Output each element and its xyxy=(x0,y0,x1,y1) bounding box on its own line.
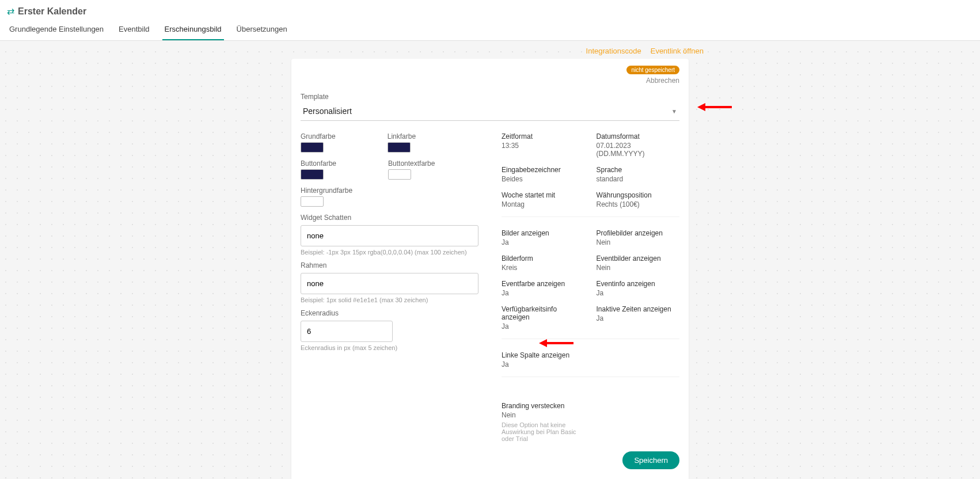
border-input[interactable] xyxy=(301,273,478,294)
primary-color-field: Grundfarbe xyxy=(301,132,336,153)
setting-show-event-info[interactable]: Eventinfo anzeigen Ja xyxy=(597,280,680,297)
header-bar: ⇄ Erster Kalender Grundlegende Einstellu… xyxy=(0,0,980,41)
button-color-field: Buttonfarbe xyxy=(301,159,336,180)
setting-show-images[interactable]: Bilder anzeigen Ja xyxy=(502,229,585,246)
cancel-link[interactable]: Abbrechen xyxy=(646,77,679,85)
primary-color-label: Grundfarbe xyxy=(301,132,336,140)
background-color-label: Hintergrundfarbe xyxy=(301,187,478,195)
button-text-color-label: Buttontextfarbe xyxy=(388,159,435,168)
widget-shadow-label: Widget Schatten xyxy=(301,214,478,222)
border-helper: Beispiel: 1px solid #e1e1e1 (max 30 zeic… xyxy=(301,296,478,303)
button-text-color-swatch[interactable] xyxy=(388,169,411,180)
setting-week-start[interactable]: Woche startet mit Montag xyxy=(502,191,585,208)
background-color-field: Hintergrundfarbe xyxy=(301,187,478,207)
divider-3 xyxy=(502,377,679,394)
widget-shadow-field: Widget Schatten Beispiel: -1px 3px 15px … xyxy=(301,214,478,256)
title-row: ⇄ Erster Kalender xyxy=(0,0,980,19)
setting-image-shape[interactable]: Bilderform Kreis xyxy=(502,254,585,272)
setting-show-availability[interactable]: Verfügbarkeitsinfo anzeigen Ja xyxy=(502,305,585,330)
template-select[interactable]: Personalisiert ▼ xyxy=(301,102,679,121)
setting-show-profile-images[interactable]: Profilebilder anzeigen Nein xyxy=(597,229,680,246)
eventlink-open-link[interactable]: Eventlink öffnen xyxy=(651,47,704,55)
background-color-swatch[interactable] xyxy=(301,196,324,207)
tab-event-image[interactable]: Eventbild xyxy=(116,19,151,40)
save-button[interactable]: Speichern xyxy=(622,451,679,469)
link-color-swatch[interactable] xyxy=(388,142,411,153)
card-top-right: nicht gespeichert Abbrechen xyxy=(301,66,679,85)
link-color-field: Linkfarbe xyxy=(388,132,416,153)
tab-appearance[interactable]: Erscheinungsbild xyxy=(162,19,224,40)
template-value: Personalisiert xyxy=(303,107,352,116)
annotation-arrow-1 xyxy=(697,101,732,115)
setting-hide-branding[interactable]: Branding verstecken Nein Diese Option ha… xyxy=(502,402,679,442)
columns: Grundfarbe Linkfarbe Buttonfarbe Buttont… xyxy=(301,132,679,442)
border-field: Rahmen Beispiel: 1px solid #e1e1e1 (max … xyxy=(301,261,478,303)
widget-shadow-helper: Beispiel: -1px 3px 15px rgba(0,0,0,0.04)… xyxy=(301,249,478,256)
settings-grid: Zeitformat 13:35 Datumsformat 07.01.2023… xyxy=(502,132,679,442)
template-label: Template xyxy=(301,93,679,101)
branding-note: Diese Option hat keine Auswirkung bei Pl… xyxy=(502,421,588,442)
top-links: Integrationscode Eventlink öffnen xyxy=(0,41,980,59)
setting-show-event-images[interactable]: Eventbilder anzeigen Nein xyxy=(597,254,680,272)
setting-time-format[interactable]: Zeitformat 13:35 xyxy=(502,132,585,158)
tab-translations[interactable]: Übersetzungen xyxy=(234,19,290,40)
radius-helper: Eckenradius in px (max 5 zeichen) xyxy=(301,344,478,351)
template-section: Template Personalisiert ▼ xyxy=(301,93,679,121)
radius-input[interactable] xyxy=(301,321,393,342)
settings-card: nicht gespeichert Abbrechen Template Per… xyxy=(291,59,689,479)
tabs-row: Grundlegende Einstellungen Eventbild Ers… xyxy=(0,19,980,40)
unsaved-badge: nicht gespeichert xyxy=(626,66,679,74)
integration-code-link[interactable]: Integrationscode xyxy=(586,47,641,55)
divider-2 xyxy=(502,339,679,343)
primary-color-swatch[interactable] xyxy=(301,142,324,153)
widget-shadow-input[interactable] xyxy=(301,225,478,246)
setting-show-left-column[interactable]: Linke Spalte anzeigen Ja xyxy=(502,351,585,368)
setting-language[interactable]: Sprache standard xyxy=(597,166,680,183)
left-column: Grundfarbe Linkfarbe Buttonfarbe Buttont… xyxy=(301,132,478,442)
setting-show-event-color[interactable]: Eventfarbe anzeigen Ja xyxy=(502,280,585,297)
page-title: Erster Kalender xyxy=(18,6,86,17)
setting-currency-position[interactable]: Währungsposition Rechts (100€) xyxy=(597,191,680,208)
radius-field: Eckenradius Eckenradius in px (max 5 zei… xyxy=(301,309,478,351)
svg-marker-1 xyxy=(697,103,705,111)
right-column: Zeitformat 13:35 Datumsformat 07.01.2023… xyxy=(502,132,679,442)
button-text-color-field: Buttontextfarbe xyxy=(388,159,435,180)
divider xyxy=(502,216,679,221)
setting-show-inactive-times[interactable]: Inaktive Zeiten anzeigen Ja xyxy=(597,305,680,330)
swap-icon: ⇄ xyxy=(7,6,14,17)
tab-basic-settings[interactable]: Grundlegende Einstellungen xyxy=(7,19,106,40)
link-color-label: Linkfarbe xyxy=(388,132,416,140)
border-label: Rahmen xyxy=(301,261,478,269)
chevron-down-icon: ▼ xyxy=(671,108,677,115)
save-row: Speichern xyxy=(301,451,679,469)
button-color-label: Buttonfarbe xyxy=(301,159,336,168)
button-color-swatch[interactable] xyxy=(301,169,324,180)
setting-date-format[interactable]: Datumsformat 07.01.2023 (DD.MM.YYYY) xyxy=(597,132,680,158)
setting-input-label[interactable]: Eingabebezeichner Beides xyxy=(502,166,585,183)
radius-label: Eckenradius xyxy=(301,309,478,317)
